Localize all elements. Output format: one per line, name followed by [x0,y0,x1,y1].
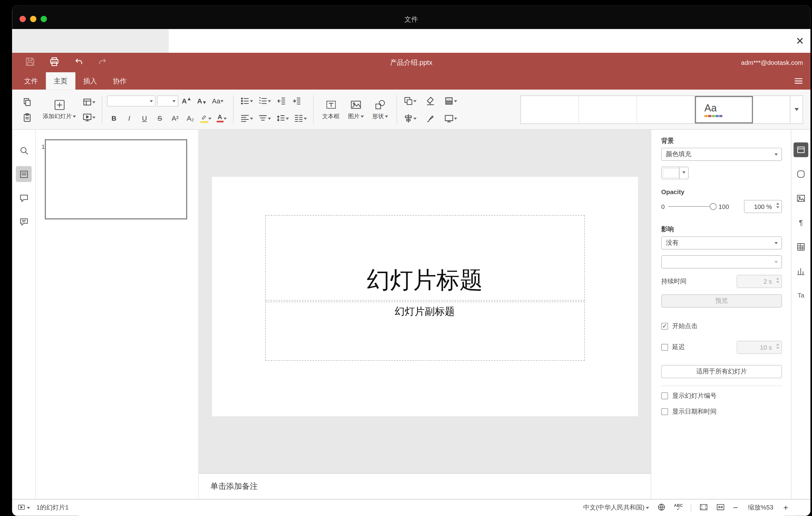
chart-settings-icon[interactable] [793,264,808,279]
tab-collaboration[interactable]: 协作 [105,72,135,89]
font-color-icon[interactable]: A [215,111,228,125]
delay-spinner[interactable]: 10 s [737,341,782,354]
duration-spinner[interactable]: 2 s [737,275,782,288]
opacity-slider-handle[interactable] [709,203,716,210]
align-objects-icon[interactable] [402,111,418,125]
undo-icon[interactable] [74,56,84,69]
vertical-align-icon[interactable] [256,111,273,125]
comments-icon[interactable] [16,190,31,205]
background-color-swatch[interactable] [661,167,689,179]
textart-settings-icon[interactable]: Ta [793,288,808,303]
underline-button[interactable]: U [138,111,151,125]
set-language-icon[interactable] [657,503,666,513]
paragraph-settings-icon[interactable]: ¶ [793,215,808,230]
line-spacing-icon[interactable] [274,111,291,125]
numbering-icon[interactable] [256,94,273,107]
insert-shape-button[interactable]: 形状 [369,98,392,121]
font-group: A▲ A▼ Aa B I U S A² A₂ A [104,90,231,129]
font-name-select[interactable] [107,95,155,106]
table-settings-icon[interactable] [793,239,808,254]
opacity-value-spinner[interactable]: 100 % [744,200,782,213]
copy-style-icon[interactable] [423,111,437,125]
increase-indent-icon[interactable] [289,94,303,107]
shape-settings-icon[interactable] [793,167,808,181]
slides-panel-icon[interactable] [16,166,31,182]
language-selector[interactable]: 中文(中华人民共和国) [583,503,649,512]
textbox-icon [325,99,337,111]
preview-button[interactable]: 预览 [661,294,782,308]
delay-checkbox[interactable]: ✓ [661,344,668,351]
redo-icon[interactable] [97,56,108,69]
show-datetime-checkbox[interactable]: ✓ [661,408,668,415]
insert-image-button[interactable]: 图片 [344,98,368,121]
color-scheme-icon[interactable] [442,94,459,107]
zoom-level: 缩放%53 [746,503,776,512]
feedback-icon[interactable] [16,213,31,229]
superscript-button[interactable]: A² [168,111,182,125]
slide-settings-icon[interactable] [793,142,808,157]
copy-icon[interactable] [20,95,34,109]
print-icon[interactable] [49,56,60,69]
start-on-click-checkbox[interactable]: ✓ [661,323,668,329]
insert-textbox-button[interactable]: 文本框 [318,98,343,121]
macos-titlebar: 文件 [12,5,810,29]
highlight-color-icon[interactable] [199,111,213,125]
decrease-font-icon[interactable]: A▼ [195,94,208,107]
slide-settings-panel: 背景 颜色填充 Opacity 0 100 100 % 影响 没有 持续时间 2… [651,130,791,499]
theme-gallery: Aa [520,95,803,123]
tab-insert[interactable]: 插入 [75,72,105,89]
font-size-select[interactable] [157,95,178,106]
theme-option-2[interactable] [579,96,637,123]
theme-gallery-expand-icon[interactable] [790,96,803,123]
start-on-click-label: 开始点击 [672,322,698,331]
bullets-icon[interactable] [238,94,255,107]
paste-icon[interactable] [20,110,34,124]
change-case-icon[interactable]: Aa [210,94,225,107]
close-icon[interactable]: ✕ [796,36,804,46]
show-slide-number-checkbox[interactable]: ✓ [661,393,668,399]
arrange-objects-icon[interactable] [402,94,418,107]
slide-size-icon[interactable] [442,111,459,125]
image-settings-icon[interactable] [793,191,808,206]
save-icon[interactable] [25,56,35,69]
opacity-min-label: 0 [661,203,665,210]
zoom-out-icon[interactable]: − [733,503,738,512]
tab-home[interactable]: 主页 [46,72,76,89]
slide-thumbnail[interactable] [45,139,187,220]
zoom-in-icon[interactable]: + [783,503,788,512]
add-slide-button[interactable]: 添加幻灯片 [39,98,80,121]
spellcheck-icon[interactable]: ABC✓ [674,504,683,512]
columns-icon[interactable] [292,111,309,125]
decrease-indent-icon[interactable] [274,94,288,107]
start-slideshow-status-icon[interactable] [17,504,30,512]
start-slideshow-icon[interactable] [81,110,97,124]
background-panel [12,29,169,53]
clear-style-icon[interactable] [423,94,437,107]
apply-to-all-slides-button[interactable]: 适用于所有幻灯片 [661,365,782,378]
theme-option-3[interactable] [637,96,695,123]
theme-option-1[interactable] [521,96,579,123]
right-icon-sidebar: ¶ Ta [791,130,810,499]
add-slide-label: 添加幻灯片 [42,112,71,120]
bold-button[interactable]: B [107,111,121,125]
app-window: 文件 ✕ 产品介绍.pptx adm***@dootask.com 文件 主页 … [12,5,810,516]
search-icon[interactable] [16,142,31,158]
subscript-button[interactable]: A₂ [183,111,197,125]
fit-width-icon[interactable] [716,503,725,513]
slide-title-placeholder[interactable]: 幻灯片标题 [265,215,585,300]
document-title: 产品介绍.pptx [12,58,810,67]
background-fill-select[interactable]: 颜色填充 [661,148,782,161]
tab-file[interactable]: 文件 [16,72,46,89]
theme-option-selected[interactable]: Aa [695,96,753,123]
italic-button[interactable]: I [122,111,136,125]
strikethrough-button[interactable]: S [153,111,167,125]
fit-slide-icon[interactable] [699,503,708,513]
slide-layout-icon[interactable] [81,95,97,109]
slide-subtitle-placeholder[interactable]: 幻灯片副标题 [265,302,585,361]
horizontal-align-icon[interactable] [238,111,255,125]
increase-font-icon[interactable]: A▲ [180,94,194,107]
notes-area[interactable]: 单击添加备注 [199,473,651,499]
effect-type-select[interactable] [661,255,782,268]
effect-select[interactable]: 没有 [661,236,782,250]
menu-icon[interactable] [793,72,803,89]
